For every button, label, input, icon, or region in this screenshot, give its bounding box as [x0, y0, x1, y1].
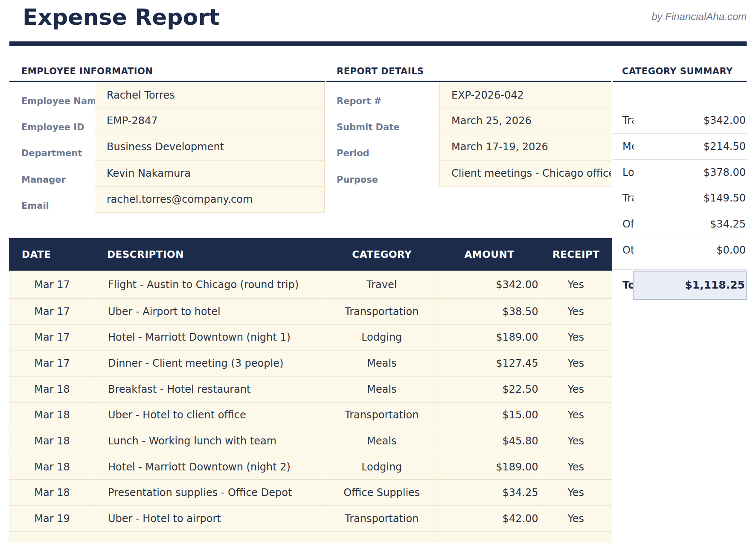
summary-total-row: Total $1,118.25: [613, 269, 747, 301]
cell-description: Hotel - Marriott Downtown (night 2): [95, 454, 325, 480]
summary-travel-amount: $342.00: [634, 108, 747, 133]
cell-date: Mar 18: [9, 377, 95, 402]
employee-name-label: Employee Name: [21, 96, 102, 106]
employee-information-heading: EMPLOYEE INFORMATION: [9, 64, 325, 82]
report-number-row: Report # EXP-2026-042: [326, 82, 611, 108]
cell-date: Mar 19: [9, 506, 95, 531]
summary-spacer: [613, 82, 747, 108]
table-row-4: Mar 17 Dinner - Client meeting (3 people…: [9, 350, 612, 377]
cell-date: Mar 18: [9, 454, 95, 480]
cell-receipt: Yes: [540, 299, 612, 324]
cell-amount: $38.50: [439, 299, 540, 324]
summary-row-lodging: Lodging $378.00: [613, 160, 747, 186]
department-row: Department Business Development: [9, 134, 325, 160]
period-label: Period: [337, 148, 369, 158]
page-title: Expense Report: [23, 6, 220, 29]
cell-category: [325, 532, 439, 543]
cell-receipt: Yes: [540, 325, 612, 350]
table-row-3: Mar 17 Hotel - Marriott Downtown (night …: [9, 325, 612, 351]
cell-category: Meals: [325, 377, 439, 402]
table-row-6: Mar 18 Uber - Hotel to client office Tra…: [9, 403, 612, 429]
table-row-10: Mar 19 Uber - Hotel to airport Transport…: [9, 506, 612, 532]
cell-receipt: Yes: [540, 271, 612, 298]
cell-category: Office Supplies: [325, 480, 439, 505]
summary-lodging-amount: $378.00: [634, 160, 747, 185]
cell-amount: $42.00: [439, 506, 540, 531]
summary-total-amount: $1,118.25: [633, 271, 747, 300]
cell-amount: $22.50: [439, 377, 540, 402]
cell-category: Transportation: [325, 506, 439, 531]
cell-receipt: Yes: [540, 428, 612, 454]
cell-amount: $34.25: [439, 480, 540, 505]
cell-description: Uber - Hotel to airport: [95, 506, 325, 531]
employee-name-field[interactable]: Rachel Torres: [95, 82, 325, 108]
cell-receipt: Yes: [540, 377, 612, 402]
cell-description: Lunch - Working lunch with team: [95, 428, 325, 454]
cell-amount: $15.00: [439, 403, 540, 428]
summary-meals-amount: $214.50: [634, 134, 747, 159]
cell-category: Lodging: [325, 325, 439, 350]
credit-link[interactable]: by FinancialAha.com: [651, 11, 747, 23]
purpose-label: Purpose: [337, 175, 378, 185]
cell-date: Mar 17: [9, 299, 95, 324]
table-row-8: Mar 18 Hotel - Marriott Downtown (night …: [9, 454, 612, 480]
department-field[interactable]: Business Development: [95, 134, 325, 160]
cell-amount: $189.00: [439, 325, 540, 350]
cell-receipt: Yes: [540, 506, 612, 531]
submit-date-row: Submit Date March 25, 2026: [326, 108, 611, 134]
cell-amount: $127.45: [439, 350, 540, 376]
submit-date-field[interactable]: March 25, 2026: [439, 108, 611, 134]
category-summary-section: CATEGORY SUMMARY Travel $342.00 Meals $2…: [613, 64, 747, 301]
purpose-row: Purpose Client meetings - Chicago office: [326, 161, 611, 187]
summary-row-meals: Meals $214.50: [613, 134, 747, 160]
table-header-amount: AMOUNT: [439, 249, 540, 260]
manager-field[interactable]: Kevin Nakamura: [95, 161, 325, 187]
summary-row-transportation: Transportation $149.50: [613, 185, 747, 211]
purpose-field[interactable]: Client meetings - Chicago office: [439, 161, 611, 187]
summary-row-other: Other $0.00: [613, 237, 747, 263]
cell-receipt: Yes: [540, 454, 612, 480]
submit-date-label: Submit Date: [337, 122, 399, 132]
cell-receipt: Yes: [540, 403, 612, 428]
table-row-9: Mar 18 Presentation supplies - Office De…: [9, 480, 612, 506]
cell-amount: $342.00: [439, 271, 540, 298]
employee-id-label: Employee ID: [21, 122, 84, 132]
cell-receipt: Yes: [540, 350, 612, 376]
table-header-row: DATE DESCRIPTION CATEGORY AMOUNT RECEIPT: [9, 238, 612, 271]
cell-description: Presentation supplies - Office Depot: [95, 480, 325, 505]
period-row: Period March 17-19, 2026: [326, 134, 611, 160]
cell-category: Travel: [325, 271, 439, 298]
cell-date: Mar 18: [9, 403, 95, 428]
table-row-2: Mar 17 Uber - Airport to hotel Transport…: [9, 299, 612, 325]
cell-receipt: Yes: [540, 480, 612, 505]
cell-description: Dinner - Client meeting (3 people): [95, 350, 325, 376]
table-row-1: Mar 17 Flight - Austin to Chicago (round…: [9, 271, 612, 299]
report-number-field[interactable]: EXP-2026-042: [439, 82, 611, 108]
cell-category: Meals: [325, 350, 439, 376]
summary-transportation-amount: $149.50: [634, 185, 747, 211]
cell-date: Mar 17: [9, 350, 95, 376]
summary-office-supplies-amount: $34.25: [634, 211, 747, 237]
email-field[interactable]: rachel.torres@company.com: [95, 187, 325, 213]
report-number-label: Report #: [337, 96, 381, 106]
summary-other-amount: $0.00: [634, 237, 747, 263]
employee-id-field[interactable]: EMP-2847: [95, 108, 325, 134]
period-field[interactable]: March 17-19, 2026: [439, 134, 611, 160]
email-label: Email: [21, 201, 49, 211]
cell-date: Mar 18: [9, 480, 95, 505]
cell-description: [95, 532, 325, 543]
summary-row-travel: Travel $342.00: [613, 108, 747, 134]
table-row-5: Mar 18 Breakfast - Hotel restaurant Meal…: [9, 377, 612, 403]
cell-description: Uber - Airport to hotel: [95, 299, 325, 324]
cell-category: Transportation: [325, 299, 439, 324]
cell-date: Mar 18: [9, 428, 95, 454]
employee-name-row: Employee Name Rachel Torres: [9, 82, 325, 108]
table-row-partial: [9, 532, 612, 543]
cell-receipt: [540, 532, 612, 543]
cell-category: Meals: [325, 428, 439, 454]
report-details-section: REPORT DETAILS Report # EXP-2026-042 Sub…: [326, 64, 611, 187]
cell-description: Uber - Hotel to client office: [95, 403, 325, 428]
category-summary-heading: CATEGORY SUMMARY: [613, 64, 747, 82]
table-row-7: Mar 18 Lunch - Working lunch with team M…: [9, 428, 612, 454]
email-row: Email rachel.torres@company.com: [9, 187, 325, 213]
